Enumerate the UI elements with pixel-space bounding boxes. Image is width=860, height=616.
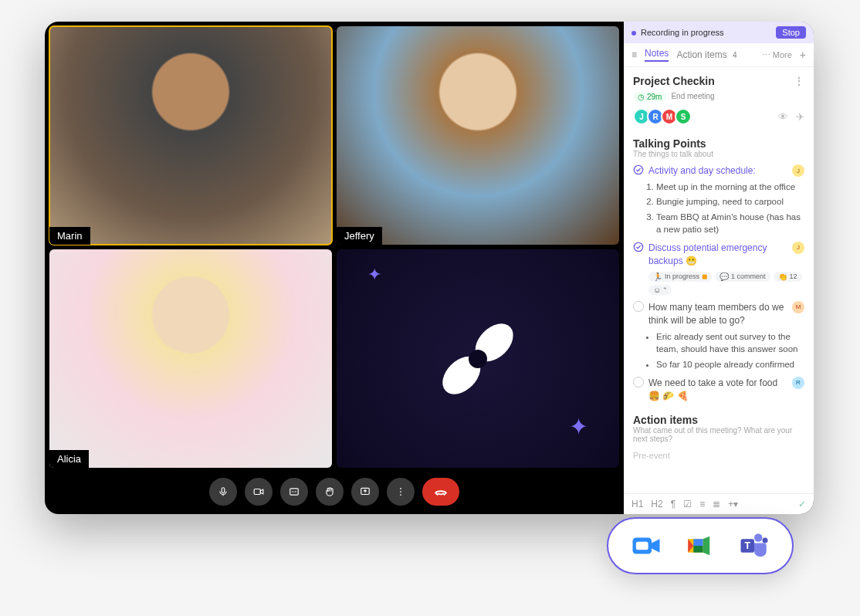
google-meet-icon[interactable] bbox=[684, 530, 716, 562]
participant-avatars: J R M S 👁 ✈ bbox=[633, 108, 804, 125]
hamburger-icon[interactable]: ≡ bbox=[631, 49, 637, 60]
section-title-talking-points: Talking Points bbox=[633, 137, 804, 150]
h2-button[interactable]: H2 bbox=[651, 499, 662, 509]
svg-rect-5 bbox=[290, 489, 299, 495]
reaction-chip[interactable]: 👏12 bbox=[774, 272, 802, 282]
end-meeting-link[interactable]: End meeting bbox=[671, 92, 714, 102]
talking-point-item[interactable]: Discuss potential emergency backups 😬 J … bbox=[633, 242, 804, 295]
section-title-action-items: Action items bbox=[633, 414, 804, 426]
sub-list: Meet up in the morning at the office Bun… bbox=[652, 181, 804, 235]
hangup-button[interactable] bbox=[422, 478, 459, 506]
participant-name: Marin bbox=[49, 227, 90, 245]
video-tile[interactable]: Alicia bbox=[49, 249, 332, 468]
svg-rect-4 bbox=[254, 489, 260, 495]
send-icon[interactable]: ✈ bbox=[796, 111, 804, 123]
notes-scroll-area[interactable]: Talking Points The things to talk about … bbox=[624, 133, 814, 493]
talking-point-item[interactable]: How many team members do we think will b… bbox=[633, 301, 804, 371]
cc-button[interactable] bbox=[280, 478, 308, 506]
video-tile[interactable]: Jeffery bbox=[337, 26, 619, 245]
meeting-header: Project Checkin ⋮ ◷ 29m End meeting J R … bbox=[624, 67, 814, 133]
section-title-faded: Pre-event bbox=[633, 451, 804, 460]
svg-rect-3 bbox=[222, 488, 225, 493]
svg-text:T: T bbox=[745, 540, 751, 551]
check-done-icon[interactable] bbox=[633, 242, 644, 252]
propeller-logo-icon bbox=[432, 313, 524, 405]
call-controls bbox=[49, 468, 619, 509]
notes-sidebar: Recording in progress Stop ≡ Notes Actio… bbox=[624, 22, 814, 514]
sub-list: Eric already sent out survey to the team… bbox=[652, 330, 804, 370]
meeting-title: Project Checkin ⋮ bbox=[633, 75, 804, 87]
video-button[interactable] bbox=[245, 478, 273, 506]
meeting-duration: ◷ 29m bbox=[633, 92, 666, 102]
tab-action-items[interactable]: Action items 4 bbox=[676, 49, 740, 60]
recording-status: Recording in progress bbox=[631, 28, 724, 37]
share-screen-button[interactable] bbox=[351, 478, 379, 506]
bullet-list-button[interactable]: ≡ bbox=[699, 499, 705, 509]
video-tile-self[interactable]: ✦ ✦ bbox=[337, 249, 619, 468]
video-tile[interactable]: Marin bbox=[49, 26, 332, 245]
svg-point-16 bbox=[754, 533, 763, 542]
check-open-icon[interactable] bbox=[633, 377, 644, 388]
ms-teams-icon[interactable]: T bbox=[738, 530, 770, 562]
checkbox-button[interactable]: ☑ bbox=[683, 499, 692, 509]
svg-point-7 bbox=[400, 488, 401, 489]
zoom-icon[interactable] bbox=[630, 530, 662, 562]
formatting-toolbar: H1 H2 ¶ ☑ ≡ ≣ +▾ ✓ bbox=[624, 493, 814, 514]
tab-notes[interactable]: Notes bbox=[645, 48, 669, 62]
integrations-pill: T bbox=[607, 517, 794, 574]
svg-point-8 bbox=[400, 491, 401, 492]
check-done-icon[interactable] bbox=[633, 164, 644, 175]
svg-point-9 bbox=[400, 494, 401, 496]
participant-name: Jeffery bbox=[337, 227, 382, 245]
tab-more[interactable]: ⋯ More bbox=[762, 50, 792, 60]
numbered-list-button[interactable]: ≣ bbox=[713, 499, 720, 509]
sparkle-icon: ✦ bbox=[569, 413, 588, 440]
sparkle-icon: ✦ bbox=[367, 265, 381, 285]
status-chip[interactable]: 🏃In progress ◼ bbox=[648, 272, 712, 282]
svg-rect-13 bbox=[636, 542, 648, 550]
recording-bar: Recording in progress Stop bbox=[624, 22, 814, 43]
mic-button[interactable] bbox=[209, 478, 237, 506]
video-grid: Marin Jeffery Alicia ✦ ✦ bbox=[49, 26, 619, 468]
sidebar-tabs: ≡ Notes Action items 4 ⋯ More + bbox=[624, 43, 814, 67]
assignee-avatar[interactable]: M bbox=[792, 301, 804, 313]
visibility-icon[interactable]: 👁 bbox=[778, 111, 788, 123]
svg-point-17 bbox=[763, 538, 768, 543]
assignee-avatar[interactable]: R bbox=[792, 377, 804, 389]
assignee-avatar[interactable]: J bbox=[792, 164, 804, 177]
add-reaction-chip[interactable]: ☺⁺ bbox=[648, 285, 672, 295]
stop-recording-button[interactable]: Stop bbox=[776, 26, 806, 39]
avatar[interactable]: S bbox=[675, 108, 692, 125]
assignee-avatar[interactable]: J bbox=[792, 242, 804, 254]
talking-point-item[interactable]: Activity and day schedule: J Meet up in … bbox=[633, 164, 804, 235]
comments-chip[interactable]: 💬1 comment bbox=[715, 272, 770, 282]
add-block-button[interactable]: +▾ bbox=[728, 499, 738, 509]
add-tab-button[interactable]: + bbox=[800, 49, 806, 61]
item-chips: 🏃In progress ◼ 💬1 comment 👏12 ☺⁺ bbox=[648, 272, 804, 295]
app-window: Marin Jeffery Alicia ✦ ✦ Rec bbox=[45, 22, 814, 514]
recording-dot-icon bbox=[631, 31, 636, 36]
talking-point-item[interactable]: We need to take a vote for food 🍔 🌮 🍕 R bbox=[633, 377, 804, 404]
paragraph-button[interactable]: ¶ bbox=[671, 499, 675, 509]
more-options-button[interactable] bbox=[387, 478, 415, 506]
confirm-icon[interactable]: ✓ bbox=[798, 499, 806, 509]
meeting-meta: ◷ 29m End meeting bbox=[633, 92, 804, 102]
section-subtitle: What came out of this meeting? What are … bbox=[633, 426, 804, 443]
participant-name: Alicia bbox=[49, 450, 89, 468]
h1-button[interactable]: H1 bbox=[631, 499, 643, 509]
section-subtitle: The things to talk about bbox=[633, 150, 804, 158]
meeting-menu-icon[interactable]: ⋮ bbox=[794, 75, 804, 87]
check-open-icon[interactable] bbox=[633, 301, 644, 312]
raise-hand-button[interactable] bbox=[316, 478, 344, 506]
video-area: Marin Jeffery Alicia ✦ ✦ bbox=[45, 22, 624, 514]
